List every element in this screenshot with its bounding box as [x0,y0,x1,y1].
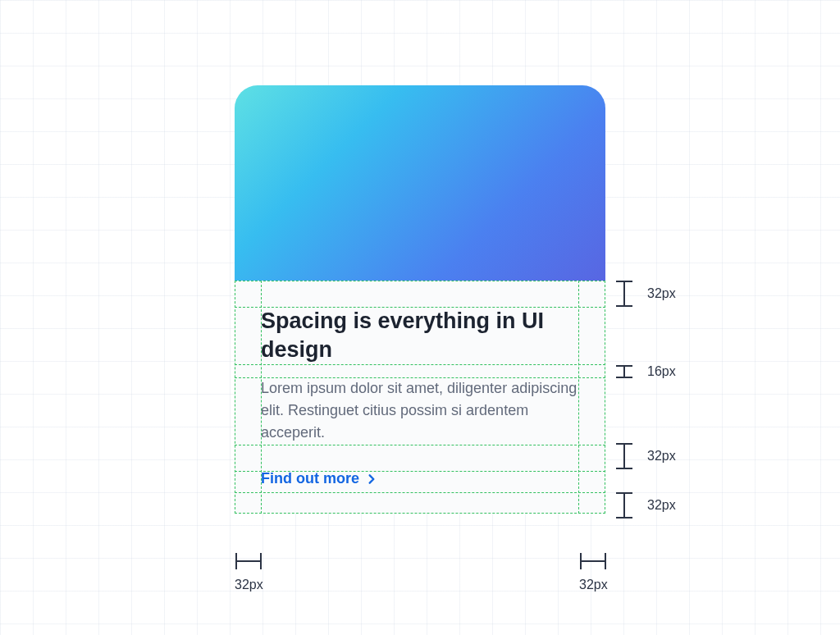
link-label: Find out more [261,470,359,487]
spacing-label: 32px [235,578,263,592]
guide-line [235,445,605,445]
spacing-annotation-desc-link: 32px [616,443,676,469]
caliper-icon [616,365,632,378]
spacing-label: 32px [647,286,676,301]
guide-line [235,513,605,514]
spacing-label: 32px [579,578,608,592]
card-hero-image [235,85,605,281]
card-title: Spacing is everything in UI design [261,307,579,364]
guide-line [235,281,605,281]
guide-line [235,281,235,514]
spacing-label: 16px [647,364,676,379]
spacing-annotation-title-desc: 16px [616,364,676,379]
card-description: Lorem ipsum dolor sit amet, diligenter a… [261,377,579,444]
spacing-annotation-bottom: 32px [616,492,676,519]
guide-line [605,281,605,514]
spacing-annotation-left: 32px [235,553,263,592]
spacing-label: 32px [647,449,676,464]
find-out-more-link[interactable]: Find out more [261,470,377,487]
spacing-label: 32px [647,498,676,513]
caliper-icon [616,492,632,519]
example-card: Spacing is everything in UI design Lorem… [235,85,605,514]
guide-line [235,492,605,493]
spacing-annotation-top: 32px [616,281,676,307]
caliper-icon [616,281,632,307]
chevron-right-icon [366,473,377,485]
spacing-annotation-right: 32px [579,553,608,592]
caliper-icon [580,553,606,569]
caliper-icon [616,443,632,469]
caliper-icon [235,553,262,569]
diagram-stage: Spacing is everything in UI design Lorem… [235,85,605,514]
card-body: Spacing is everything in UI design Lorem… [235,281,605,514]
